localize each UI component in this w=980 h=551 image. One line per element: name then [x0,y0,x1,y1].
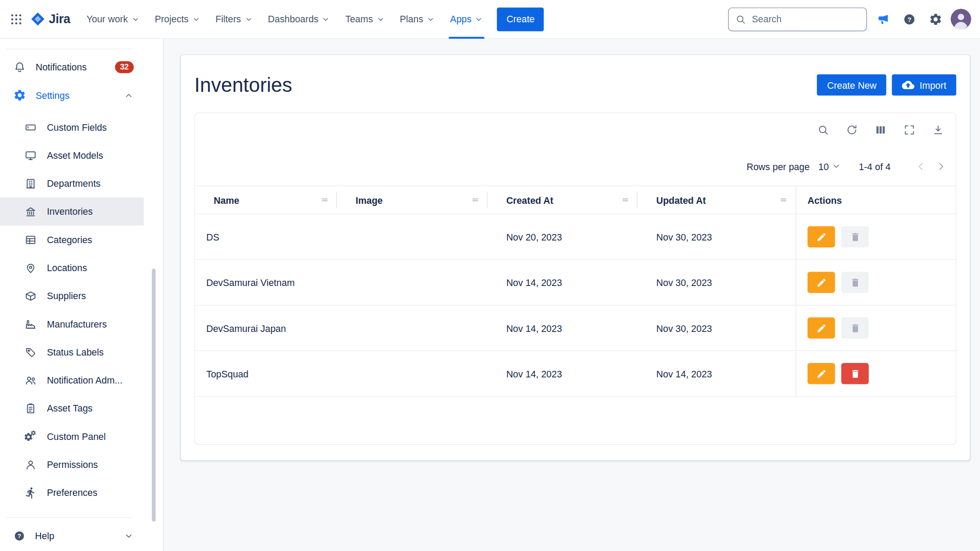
updated-at-cell: Nov 14, 2023 [637,351,795,396]
column-label: Name [214,195,239,205]
nav-item[interactable]: Projects [147,0,208,38]
sidebar-item[interactable]: Custom Fields [0,113,144,141]
nav-item[interactable]: Teams [338,0,392,38]
download-icon[interactable] [928,120,948,140]
sidebar-notifications[interactable]: Notifications 32 [0,53,144,81]
sidebar-item[interactable]: Manufacturers [0,310,144,338]
nav-item-label: Projects [155,14,189,24]
drag-handle-icon[interactable] [471,195,480,204]
pencil-icon [816,323,826,333]
nav-item-label: Plans [400,14,424,24]
app-switcher-button[interactable] [5,8,27,30]
delete-button[interactable] [841,363,869,384]
nav-item[interactable]: Apps [443,0,491,38]
divider [6,517,133,518]
sidebar-item-label: Preferences [47,487,98,498]
edit-button[interactable] [808,226,835,248]
sidebar-item[interactable]: Asset Tags [0,394,144,422]
pagination-range: 1-4 of 4 [859,161,891,171]
search-icon[interactable] [813,120,833,140]
sidebar-item[interactable]: Preferences [0,478,144,506]
column-header[interactable]: Created At [487,186,637,214]
sidebar: Notifications 32 Settings Custom Fields [0,39,164,551]
chevron-left-icon [915,160,927,172]
import-button[interactable]: Import [892,74,956,96]
pencil-icon [816,231,826,242]
sidebar-item-label: Custom Panel [47,431,106,442]
sidebar-scrollbar[interactable] [152,269,156,522]
nav-item[interactable]: Filters [208,0,260,38]
user-avatar[interactable] [951,9,971,29]
sidebar-item[interactable]: Inventories [0,197,144,225]
delete-button[interactable] [841,272,869,293]
created-at-cell: Nov 14, 2023 [487,260,637,305]
column-header[interactable]: Image [337,186,487,214]
previous-page-button[interactable] [910,156,931,176]
top-navigation: Jira Your work Projects Filters [0,0,980,39]
columns-icon[interactable] [871,120,891,140]
announcement-icon[interactable] [872,8,894,30]
sidebar-item[interactable]: Locations [0,254,144,282]
settings-gear-icon [929,12,942,26]
notifications-badge: 32 [115,61,134,73]
sidebar-item[interactable]: Asset Models [0,141,144,169]
jira-logo[interactable]: Jira [28,11,79,27]
sidebar-item[interactable]: Notification Adm... [0,366,144,394]
column-header[interactable]: Updated At [637,186,795,214]
primary-nav: Your work Projects Filters Dashboards [79,0,491,38]
column-header[interactable]: Name [195,186,337,214]
refresh-icon[interactable] [842,120,862,140]
action-buttons [808,363,869,384]
create-button[interactable]: Create [497,7,544,31]
nav-item[interactable]: Plans [392,0,443,38]
topbar-icons: ? [872,8,947,30]
drag-handle-icon[interactable] [779,195,788,204]
edit-button[interactable] [808,317,835,339]
divider [6,49,133,49]
search-input[interactable] [752,14,860,24]
rows-per-page-select[interactable]: 10 [819,161,841,171]
sidebar-item[interactable]: Status Labels [0,338,144,366]
sidebar-item[interactable]: Categories [0,226,144,254]
fullscreen-icon[interactable] [900,120,920,140]
sidebar-help[interactable]: ? Help [0,522,144,550]
sidebar-footer: ? Help [0,517,144,551]
sidebar-item[interactable]: Departments [0,169,144,197]
delete-button[interactable] [841,317,869,339]
svg-text:?: ? [18,533,21,539]
updated-at-cell: Nov 30, 2023 [637,260,795,305]
chevron-down-icon [427,15,435,24]
column-label: Created At [506,195,553,205]
next-page-button[interactable] [931,156,951,176]
building-icon [24,177,37,190]
sidebar-settings[interactable]: Settings [0,81,144,109]
edit-button[interactable] [808,363,835,384]
settings-gear-icon[interactable] [924,8,947,30]
sidebar-item[interactable]: Permissions [0,450,144,478]
drag-handle-icon[interactable] [320,195,329,204]
clipboard-icon [24,402,37,415]
chevron-down-icon [475,15,483,24]
nav-item-label: Filters [215,14,241,24]
nav-item[interactable]: Dashboards [260,0,338,38]
create-new-button[interactable]: Create New [817,74,887,96]
table-row: TopSquad Nov 14, 2023 Nov 14, 2023 [195,351,956,397]
action-buttons [808,226,869,248]
chevron-down-icon [244,15,253,24]
import-label: Import [920,80,946,90]
sidebar-item-label: Categories [47,234,92,245]
table-row: DS Nov 20, 2023 Nov 30, 2023 [195,214,956,260]
drag-handle-icon[interactable] [621,195,630,204]
delete-button[interactable] [841,226,869,248]
help-circle-icon[interactable]: ? [898,8,920,30]
rows-per-page-label: Rows per page [746,161,809,171]
sidebar-item[interactable]: Suppliers [0,282,144,310]
nav-item-label: Dashboards [268,14,318,24]
inventories-card: Inventories Create New Import [181,55,970,460]
nav-item[interactable]: Your work [79,0,147,38]
updated-at-cell: Nov 30, 2023 [637,306,795,351]
column-header[interactable]: Actions [796,186,956,214]
edit-button[interactable] [808,272,835,293]
create-new-label: Create New [827,80,876,90]
sidebar-item[interactable]: Custom Panel [0,422,144,450]
